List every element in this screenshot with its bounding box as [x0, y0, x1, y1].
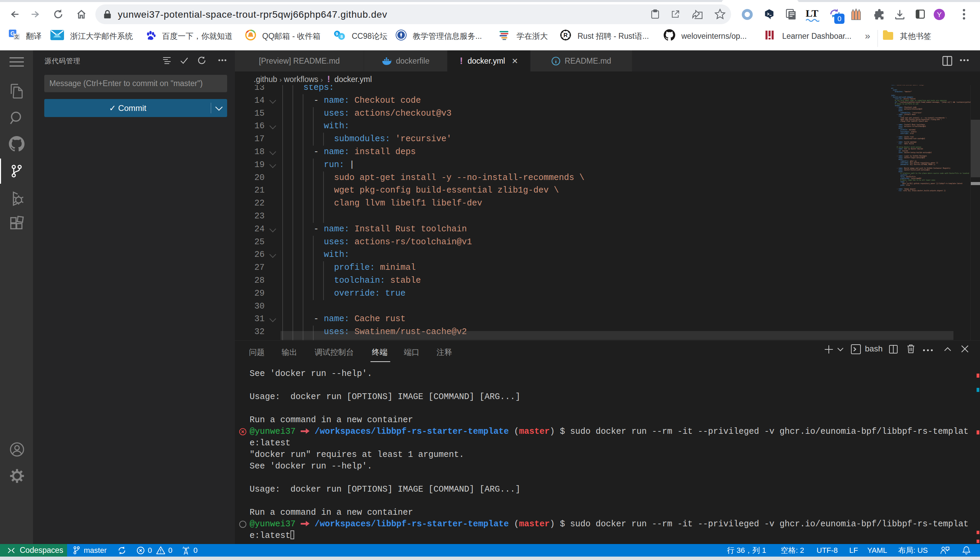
svg-text:9: 9	[335, 31, 338, 37]
svg-text:文: 文	[14, 34, 19, 40]
svg-text:8: 8	[340, 34, 343, 39]
svg-text:R: R	[564, 32, 568, 38]
